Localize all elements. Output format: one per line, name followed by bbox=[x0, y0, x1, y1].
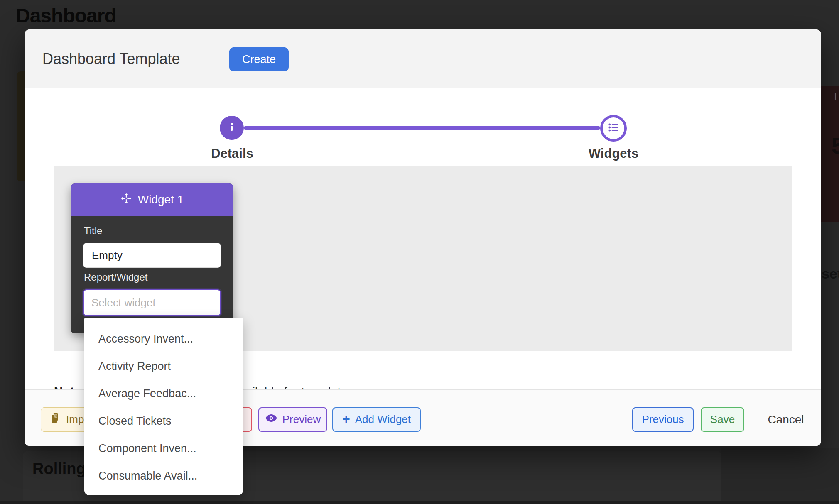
eye-icon bbox=[265, 412, 277, 427]
dropdown-option[interactable]: Closed Tickets bbox=[84, 407, 243, 435]
report-widget-select-input[interactable] bbox=[84, 290, 220, 315]
previous-button[interactable]: Previous bbox=[632, 407, 694, 432]
dropdown-option[interactable]: Average Feedbac... bbox=[84, 380, 243, 407]
background-right-text-fragment: T bbox=[832, 91, 839, 102]
title-field-label: Title bbox=[84, 225, 102, 237]
background-right-number-fragment: 5 bbox=[832, 132, 839, 159]
copy-icon bbox=[49, 412, 61, 427]
move-icon bbox=[120, 193, 132, 207]
dropdown-option[interactable]: Accessory Invent... bbox=[84, 325, 243, 352]
preview-button-label: Preview bbox=[282, 413, 321, 426]
dropdown-option[interactable]: Activity Report bbox=[84, 352, 243, 380]
widget-card-title: Widget 1 bbox=[138, 193, 184, 206]
dropdown-option[interactable]: Component Inven... bbox=[84, 435, 243, 462]
background-page-title: Dashboard bbox=[16, 4, 116, 27]
plus-icon: + bbox=[342, 412, 350, 426]
step-details-circle[interactable] bbox=[220, 116, 244, 140]
step-details-label: Details bbox=[182, 146, 282, 161]
dropdown-option[interactable]: Consumable Avail... bbox=[84, 462, 243, 489]
widget-card: Widget 1 Title Report/Widget bbox=[71, 183, 233, 333]
list-icon bbox=[606, 120, 621, 136]
stepper-connector-line bbox=[244, 126, 600, 130]
save-button[interactable]: Save bbox=[701, 407, 744, 432]
report-widget-field-label: Report/Widget bbox=[84, 272, 147, 283]
create-button[interactable]: Create bbox=[229, 47, 289, 71]
page-root: Dashboard T 5 sets Rolling P Dashboard T… bbox=[0, 0, 839, 504]
title-input[interactable] bbox=[83, 243, 221, 268]
widget-select-dropdown: Accessory Invent... Activity Report Aver… bbox=[84, 318, 243, 495]
info-icon bbox=[226, 121, 238, 135]
preview-button[interactable]: Preview bbox=[258, 407, 327, 432]
background-left-card-edge bbox=[17, 71, 25, 181]
background-bottom-right-card bbox=[721, 448, 839, 504]
widget-card-drag-handle[interactable]: Widget 1 bbox=[71, 183, 233, 216]
background-right-sets-fragment: sets bbox=[822, 266, 839, 282]
report-widget-select[interactable] bbox=[83, 289, 221, 316]
text-caret bbox=[91, 296, 91, 309]
cancel-button[interactable]: Cancel bbox=[763, 407, 809, 432]
step-widgets-circle[interactable] bbox=[600, 115, 627, 142]
add-widget-button-label: Add Widget bbox=[355, 413, 411, 426]
add-widget-button[interactable]: + Add Widget bbox=[332, 407, 421, 432]
modal-title: Dashboard Template bbox=[42, 50, 180, 68]
modal-header: Dashboard Template Create bbox=[25, 29, 821, 88]
background-bottom-strip bbox=[0, 501, 839, 504]
step-widgets-label: Widgets bbox=[564, 146, 663, 161]
